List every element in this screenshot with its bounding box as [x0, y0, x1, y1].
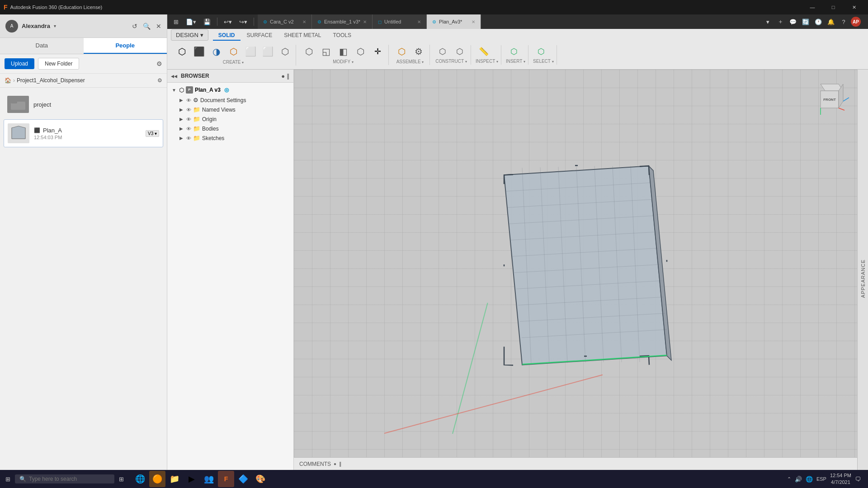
- tree-root[interactable]: ▼ ⬡ P Plan_A v3 ◎: [167, 84, 293, 95]
- new-folder-button[interactable]: New Folder: [38, 58, 79, 70]
- assemble-label[interactable]: ASSEMBLE ▾: [393, 59, 427, 64]
- press-pull-button[interactable]: ⬡: [301, 46, 317, 57]
- joint-button[interactable]: ⚙: [410, 46, 427, 57]
- cylinder-button[interactable]: ⬜: [259, 46, 276, 57]
- ribbon-tab-tools[interactable]: TOOLS: [327, 31, 356, 41]
- tab-people[interactable]: People: [84, 38, 167, 54]
- taskbar-search-box[interactable]: 🔍: [15, 474, 114, 483]
- notification-button[interactable]: 🔔: [826, 16, 836, 27]
- bodies-arrow[interactable]: ▶: [178, 126, 184, 132]
- file-menu-button[interactable]: 📄▾: [183, 18, 199, 26]
- root-collapse-arrow[interactable]: ▼: [171, 87, 177, 93]
- taskbar-edge-app[interactable]: 🌐: [132, 471, 148, 487]
- notification-center[interactable]: 🗨: [855, 476, 861, 483]
- box-button[interactable]: ⬜: [242, 46, 259, 57]
- tree-item-origin[interactable]: ▶ 👁 📁 Origin: [167, 114, 293, 124]
- named-views-eye[interactable]: 👁: [186, 107, 191, 113]
- taskbar-search-input[interactable]: [29, 476, 101, 482]
- task-view-button[interactable]: ⊞: [115, 474, 127, 484]
- help-button[interactable]: ?: [838, 16, 849, 27]
- refresh-icon[interactable]: ↺: [132, 23, 137, 30]
- taskbar-clock[interactable]: 12:54 PM 4/7/2021: [830, 472, 851, 486]
- fillet-button[interactable]: ◱: [318, 46, 334, 57]
- root-target-icon[interactable]: ◎: [224, 87, 229, 93]
- insert-mesh-button[interactable]: ⬡: [506, 46, 522, 57]
- taskbar-teams-app[interactable]: 👥: [201, 471, 217, 487]
- sketches-eye[interactable]: 👁: [186, 136, 191, 141]
- chat-button[interactable]: 💬: [788, 16, 798, 27]
- insert-label[interactable]: INSERT ▾: [506, 59, 525, 64]
- browser-pin-icon[interactable]: ‖: [287, 73, 290, 80]
- sound-icon[interactable]: 🔊: [795, 476, 802, 483]
- chamfer-button[interactable]: ◧: [335, 46, 351, 57]
- list-item[interactable]: ⬛ Plan_A 12:54:03 PM V3 ▾: [4, 119, 163, 147]
- design-menu-button[interactable]: DESIGN ▾: [171, 29, 208, 41]
- panel-settings-icon[interactable]: ⚙: [156, 60, 162, 67]
- construct-label[interactable]: CONSTRUCT ▾: [434, 59, 468, 64]
- breadcrumb-path[interactable]: Project1_Alcohol_Dispenser: [17, 77, 85, 84]
- inspect-label[interactable]: INSPECT ▾: [476, 59, 498, 64]
- taskbar-media-app[interactable]: ▶: [184, 471, 200, 487]
- move-button[interactable]: ✛: [369, 46, 386, 57]
- shell-button[interactable]: ⬡: [352, 46, 368, 57]
- tab-plan[interactable]: ⚙ Plan_Av3* ✕: [427, 14, 481, 29]
- minimize-button[interactable]: —: [802, 0, 823, 14]
- taskbar-explorer-app[interactable]: 📁: [166, 471, 183, 487]
- list-item[interactable]: project: [4, 91, 163, 117]
- tray-arrow[interactable]: ⌃: [787, 476, 791, 482]
- named-views-arrow[interactable]: ▶: [178, 107, 184, 113]
- ribbon-tab-surface[interactable]: SURFACE: [241, 31, 278, 41]
- browser-search-icon[interactable]: ●: [281, 73, 285, 80]
- origin-arrow[interactable]: ▶: [178, 116, 184, 122]
- start-button[interactable]: ⊞: [2, 474, 14, 484]
- upload-button[interactable]: Upload: [5, 58, 34, 69]
- viewcube[interactable]: FRONT Z: [809, 75, 850, 116]
- sketches-arrow[interactable]: ▶: [178, 135, 184, 141]
- tab-cara-close[interactable]: ✕: [302, 19, 306, 24]
- create-sketch-button[interactable]: ⬡: [174, 46, 190, 58]
- doc-settings-arrow[interactable]: ▶: [178, 97, 184, 103]
- doc-settings-eye[interactable]: 👁: [186, 98, 191, 103]
- sweep-button[interactable]: ⬡: [225, 46, 241, 57]
- tree-item-bodies[interactable]: ▶ 👁 📁 Bodies: [167, 124, 293, 133]
- browser-collapse-icon[interactable]: ◂◂: [171, 72, 177, 80]
- taskbar-fusion-app[interactable]: F: [218, 471, 234, 487]
- select-button[interactable]: ⬡: [533, 46, 549, 57]
- midplane-button[interactable]: ⬡: [452, 46, 468, 57]
- search-icon[interactable]: 🔍: [143, 23, 151, 30]
- undo-button[interactable]: ↩▾: [221, 18, 235, 26]
- tab-untitled[interactable]: ◻ Untitled ✕: [373, 14, 427, 29]
- tree-item-named-views[interactable]: ▶ 👁 📁 Named Views: [167, 105, 293, 114]
- mirror-button[interactable]: ⬡: [277, 46, 293, 57]
- new-component-button[interactable]: ⬡: [393, 46, 410, 57]
- help-updates-button[interactable]: 🔄: [800, 16, 811, 27]
- create-label[interactable]: CREATE ▾: [174, 60, 293, 65]
- modify-label[interactable]: MODIFY ▾: [301, 59, 386, 64]
- tab-plan-close[interactable]: ✕: [472, 19, 475, 24]
- taskbar-firefox-app[interactable]: 🟠: [149, 471, 165, 487]
- close-panel-icon[interactable]: ✕: [156, 23, 161, 30]
- select-label[interactable]: SELECT ▾: [533, 59, 554, 64]
- tab-untitled-close[interactable]: ✕: [417, 19, 421, 24]
- origin-eye[interactable]: 👁: [186, 117, 191, 122]
- measure-button[interactable]: 📏: [476, 46, 492, 57]
- tab-ensamble-close[interactable]: ✕: [363, 19, 367, 24]
- user-profile-button[interactable]: AP: [851, 17, 861, 27]
- ribbon-tab-solid[interactable]: SOLID: [213, 31, 241, 41]
- tab-ensamble[interactable]: ⚙ Ensamble_1 v3* ✕: [312, 14, 373, 29]
- redo-button[interactable]: ↪▾: [236, 18, 250, 26]
- language-indicator[interactable]: ESP: [816, 476, 826, 482]
- bodies-eye[interactable]: 👁: [186, 126, 191, 131]
- revolve-button[interactable]: ◑: [208, 46, 224, 57]
- home-icon[interactable]: 🏠: [5, 77, 11, 84]
- viewport[interactable]: FRONT Z APPEARANCE: [294, 70, 868, 488]
- offset-plane-button[interactable]: ⬡: [434, 46, 451, 57]
- grid-view-button[interactable]: ⊞: [171, 18, 181, 26]
- tab-dropdown[interactable]: ▾: [762, 16, 773, 27]
- comments-expand[interactable]: ‖: [339, 461, 342, 467]
- close-button[interactable]: ✕: [844, 0, 864, 14]
- tab-cara[interactable]: ⚙ Cara_C v2 ✕: [258, 14, 312, 29]
- tab-data[interactable]: Data: [0, 38, 84, 54]
- save-button[interactable]: 💾: [201, 18, 213, 26]
- tree-item-document-settings[interactable]: ▶ 👁 ⚙ Document Settings: [167, 95, 293, 105]
